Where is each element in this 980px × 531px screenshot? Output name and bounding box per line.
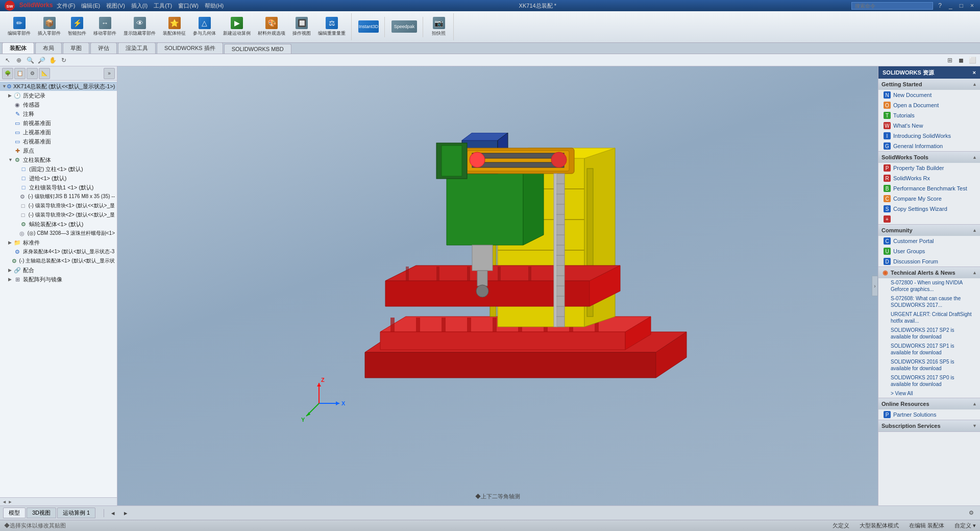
tree-item-slider1[interactable]: □ (-) 镶装导轨滑块<1> (默认<<默认>_显 (0, 201, 117, 210)
rp-item-extra[interactable]: + (878, 214, 980, 224)
menu-view[interactable]: 视图(V) (106, 2, 125, 10)
toolbar-view-ops[interactable]: 🔲 操作视图 (290, 15, 313, 38)
section-online-resources-header[interactable]: Online Resources ▲ (878, 398, 980, 409)
tree-item-mates[interactable]: ▶ 🔗 配合 (0, 266, 117, 275)
toolbar-asm-feature[interactable]: ⭐ 装配体特征 (160, 15, 188, 38)
rp-item-general-info[interactable]: G General Information (878, 141, 980, 151)
tree-item-column-part1[interactable]: □ (固定) 立柱<1> (默认) (0, 164, 117, 174)
tree-item-guide-rail[interactable]: □ 立柱镶装导轨1 <1> (默认) (0, 183, 117, 192)
right-panel-close[interactable]: × (973, 69, 976, 76)
rp-item-introducing[interactable]: I Introducing SolidWorks (878, 131, 980, 141)
toolbar-show-hide[interactable]: 👁 显示隐藏零部件 (121, 15, 158, 38)
rp-item-tutorials[interactable]: T Tutorials (878, 110, 980, 120)
news-item-5[interactable]: SOLIDWORKS 2017 SP1 is available for dow… (878, 342, 980, 357)
news-item-3[interactable]: URGENT ALERT: Critical DraftSight hotfix… (878, 310, 980, 326)
toolbar-materials[interactable]: 🎨 材料外观选项 (255, 15, 288, 38)
news-item-6[interactable]: SOLIDWORKS 2016 SP5 is available for dow… (878, 357, 980, 373)
btab-model[interactable]: 模型 (3, 508, 26, 518)
toolbar-instant3d[interactable]: Instant3D (356, 19, 381, 35)
tree-item-bed-asm[interactable]: ⚙ 床身装配体4<1> (默认<默认_显示状态-3 (0, 247, 117, 256)
subtool-zoom-out[interactable]: 🔎 (37, 56, 46, 65)
section-community-header[interactable]: Community ▲ (878, 225, 980, 236)
rp-item-benchmark[interactable]: B Performance Benchmark Test (878, 183, 980, 194)
news-item-7[interactable]: SOLIDWORKS 2017 SP0 is available for dow… (878, 373, 980, 389)
subtool-display[interactable]: ◼ (957, 56, 966, 65)
rp-item-compare-score[interactable]: C Compare My Score (878, 194, 980, 204)
toolbar-smart-fasteners[interactable]: ⚡ 智能扣件 (65, 15, 89, 38)
news-item-2[interactable]: S-072608: What can cause the SOLIDWORKS … (878, 294, 980, 310)
search-input[interactable] (851, 2, 933, 10)
toolbar-edit-component[interactable]: ✏ 编辑零部件 (5, 15, 33, 38)
tab-assembly[interactable]: 装配体 (2, 42, 34, 54)
tree-item-column-asm[interactable]: ▼ ⚙ 立柱装配体 (0, 155, 117, 164)
tree-item-worm-gear[interactable]: ⚙ 蜗轮装配体<1> (默认) (0, 220, 117, 229)
subtool-select[interactable]: ↖ (3, 56, 12, 65)
rp-item-customer-portal[interactable]: C Customer Portal (878, 236, 980, 246)
close-window-button[interactable]: × (968, 2, 976, 9)
rp-item-discussion-forum[interactable]: D Discussion Forum (878, 256, 980, 267)
subtool-pan[interactable]: ✋ (48, 56, 57, 65)
subtool-section[interactable]: ⬜ (968, 56, 977, 65)
viewport[interactable]: X Z Y ◆上下二等角轴测 › (117, 66, 878, 505)
tree-item-root[interactable]: ▼ ⚙ XK714总装配 (默认<<默认_显示状态-1>) (0, 82, 117, 91)
tree-item-right-plane[interactable]: ▭ 右视基准面 (0, 137, 117, 146)
tab-evaluate[interactable]: 评估 (90, 42, 117, 54)
tree-item-standards[interactable]: ▶ 📁 标准件 (0, 238, 117, 247)
toolbar-speedpak[interactable]: Speedpak (389, 19, 420, 35)
tree-item-screw[interactable]: ⚙ (-) 镶轨螺钉JIS B 1176 M8 x 35 (35) -- (0, 192, 117, 201)
tree-item-front-plane[interactable]: ▭ 前视基准面 (0, 118, 117, 128)
tree-item-origin[interactable]: ✚ 原点 (0, 146, 117, 155)
toolbar-snapshot[interactable]: 📷 拍快照 (427, 15, 450, 38)
tree-item-notes[interactable]: ✎ 注释 (0, 109, 117, 118)
tree-item-feed[interactable]: □ 进给<1> (默认) (0, 174, 117, 183)
tree-item-slider2[interactable]: □ (-) 镶装导轨滑块<2> (默认<<默认>_显 (0, 210, 117, 220)
toolbar-new-motion[interactable]: ▶ 新建运动算例 (220, 15, 253, 38)
toolbar-participate[interactable]: △ 参与几何体 (190, 15, 218, 38)
section-tech-alerts-header[interactable]: ◉ Technical Alerts & News ▲ (878, 267, 980, 278)
menu-window[interactable]: 窗口(W) (178, 2, 199, 10)
minimize-button[interactable]: ? (936, 2, 944, 9)
rp-item-open-document[interactable]: O Open a Document (878, 100, 980, 110)
toolbar-insert-component[interactable]: 📦 插入零部件 (35, 15, 63, 38)
rp-item-sw-rx[interactable]: R SolidWorks Rx (878, 173, 980, 183)
toolbar-move-component[interactable]: ↔ 移动零部件 (91, 15, 119, 38)
subtool-zoom-in[interactable]: 🔍 (26, 56, 35, 65)
subtool-rotate[interactable]: ↻ (59, 56, 68, 65)
section-subscription-header[interactable]: Subscription Services ▼ (878, 420, 980, 431)
bottom-previous-btn[interactable]: ◄ (107, 508, 118, 519)
btab-motion[interactable]: 运动算例 1 (57, 508, 95, 518)
menu-help[interactable]: 帮助(H) (205, 2, 224, 10)
menu-edit[interactable]: 编辑(E) (81, 2, 100, 10)
section-getting-started-header[interactable]: Getting Started ▲ (878, 79, 980, 90)
rp-item-copy-settings[interactable]: S Copy Settings Wizard (878, 204, 980, 214)
tree-item-sensor[interactable]: ◉ 传感器 (0, 100, 117, 109)
tree-item-top-plane[interactable]: ▭ 上视基准面 (0, 128, 117, 137)
bottom-next-btn[interactable]: ► (120, 508, 131, 519)
view-all-news[interactable]: > View All (878, 389, 980, 398)
rp-item-user-groups[interactable]: U User Groups (878, 246, 980, 256)
tab-layout[interactable]: 布局 (35, 42, 62, 54)
tab-plugins[interactable]: SOLIDWORKS 插件 (157, 42, 223, 54)
tab-sketch[interactable]: 草图 (63, 42, 89, 54)
menu-tools[interactable]: 工具(T) (154, 2, 172, 10)
tab-render[interactable]: 渲染工具 (118, 42, 156, 54)
tree-item-history[interactable]: ▶ 🕐 历史记录 (0, 91, 117, 100)
rp-item-whats-new[interactable]: W What's New (878, 120, 980, 131)
subtool-zoom-fit[interactable]: ⊕ (14, 56, 23, 65)
toolbar-mass-props[interactable]: ⚖ 编辑重量量重 (315, 15, 348, 38)
rp-item-partner-solutions[interactable]: P Partner Solutions (878, 409, 980, 420)
news-item-1[interactable]: S-072800 - When using NVIDIA Geforce gra… (878, 278, 980, 294)
subtool-view-orient[interactable]: ⊞ (945, 56, 954, 65)
feature-tree-btn[interactable]: 🌳 (2, 68, 13, 79)
tree-item-spindle-asm[interactable]: ⚙ (-) 主轴箱总装配体<1> (默认<默认_显示状 (0, 256, 117, 266)
config-manager-btn[interactable]: ⚙ (27, 68, 38, 79)
tree-item-pattern[interactable]: ▶ ⊞ 装配阵列与镜像 (0, 275, 117, 284)
btab-3d[interactable]: 3D视图 (27, 508, 56, 518)
expand-btn[interactable]: » (104, 68, 115, 79)
menu-insert[interactable]: 插入(I) (131, 2, 148, 10)
maximize-window-button[interactable]: □ (958, 2, 965, 9)
bottom-settings-btn[interactable]: ⚙ (966, 508, 977, 519)
tree-item-ballscrew[interactable]: ◎ (◎) CBM 3208—3 滚珠丝杆螺母副<1> (0, 229, 117, 238)
right-panel-collapse[interactable]: › (872, 276, 878, 296)
menu-file[interactable]: 文件(F) (57, 2, 75, 10)
